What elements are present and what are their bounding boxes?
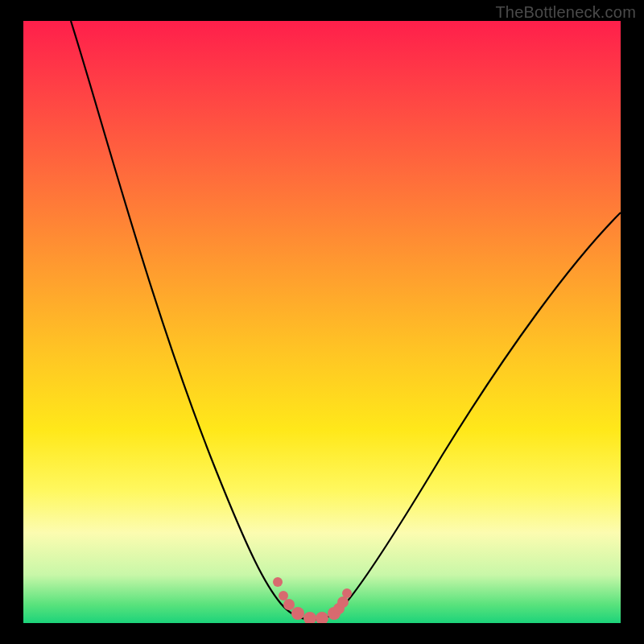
watermark-text: TheBottleneck.com	[495, 3, 636, 22]
svg-point-5	[316, 612, 328, 623]
svg-point-9	[342, 588, 352, 598]
svg-point-2	[283, 599, 295, 610]
svg-point-1	[279, 591, 288, 601]
chart-frame	[23, 21, 621, 623]
curve-layer	[23, 21, 621, 623]
bottleneck-curve	[71, 21, 621, 620]
svg-point-8	[337, 597, 349, 608]
svg-point-3	[291, 607, 304, 620]
highlight-markers	[273, 577, 352, 623]
svg-point-0	[273, 577, 283, 587]
svg-point-4	[303, 612, 316, 623]
